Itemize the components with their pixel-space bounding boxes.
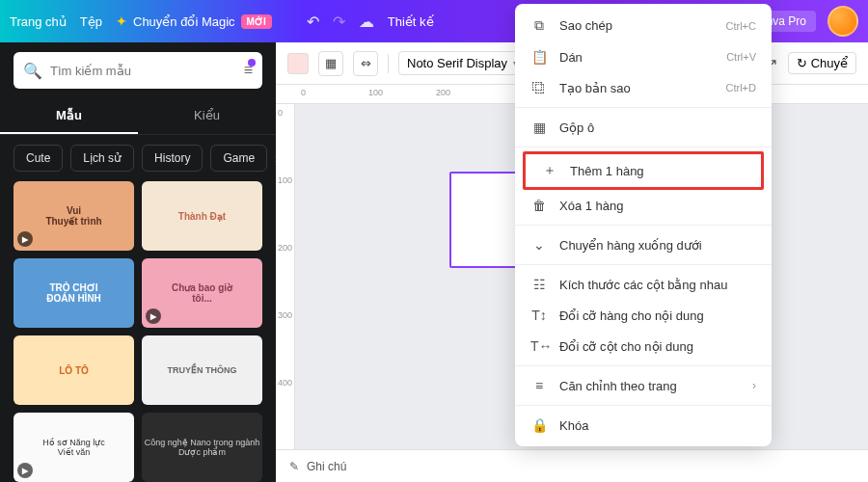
ctx-fit-row[interactable]: T↕Đổi cỡ hàng cho nội dung xyxy=(515,300,772,331)
magic-convert-menu[interactable]: ✦ Chuyển đổi Magic MỚI xyxy=(116,13,272,29)
search-icon: 🔍 xyxy=(23,62,42,80)
columns-icon: ☷ xyxy=(530,277,548,292)
home-menu[interactable]: Trang chủ xyxy=(10,14,67,29)
fit-height-icon: T↕ xyxy=(530,308,548,323)
ctx-move-row-down[interactable]: ⌄Chuyển hàng xuống dưới xyxy=(515,229,772,260)
template-thumb[interactable]: Chưa bao giờtôi...▶ xyxy=(142,258,262,328)
templates-sidebar: 🔍 ≡ Mẫu Kiểu Cute Lịch sử History Game ›… xyxy=(0,42,276,482)
chevron-right-icon: › xyxy=(752,379,756,392)
refresh-icon: ↻ xyxy=(797,56,807,70)
lock-icon: 🔒 xyxy=(530,417,548,433)
ctx-lock[interactable]: 🔒Khóa xyxy=(515,410,772,441)
search-input[interactable] xyxy=(50,64,236,78)
sparkle-icon: ✦ xyxy=(116,13,127,29)
chip-history-vn[interactable]: Lịch sử xyxy=(70,145,134,172)
sidebar-tabs: Mẫu Kiểu xyxy=(0,98,276,135)
convert-button[interactable]: ↻ Chuyể xyxy=(788,52,856,74)
copy-icon: ⧉ xyxy=(530,17,548,34)
template-thumb[interactable]: TRUYỀN THÔNG xyxy=(142,335,262,405)
merge-icon: ▦ xyxy=(530,120,548,135)
avatar[interactable] xyxy=(827,6,858,37)
template-grid: VuiThuyết trình▶ Thành Đạt TRÒ CHƠIĐOÁN … xyxy=(0,181,276,482)
trash-icon: 🗑 xyxy=(530,198,548,213)
plus-icon: ＋ xyxy=(541,162,558,179)
tab-styles[interactable]: Kiểu xyxy=(138,98,276,134)
fit-width-icon: T↔ xyxy=(530,338,548,354)
spacing-icon[interactable]: ⇔ xyxy=(353,51,378,76)
play-icon: ▶ xyxy=(146,308,161,324)
notes-button[interactable]: Ghi chú xyxy=(307,460,346,473)
font-selector[interactable]: Noto Serif Display ▾ xyxy=(398,51,527,75)
border-icon[interactable]: ▦ xyxy=(318,51,343,76)
ctx-delete-row[interactable]: 🗑Xóa 1 hàng xyxy=(515,190,772,221)
align-icon: ≡ xyxy=(530,378,548,393)
chip-cute[interactable]: Cute xyxy=(14,145,63,172)
file-menu[interactable]: Tệp xyxy=(80,14,102,29)
footer-bar: ✎ Ghi chú xyxy=(276,449,868,482)
ctx-add-row[interactable]: ＋Thêm 1 hàng xyxy=(526,154,761,187)
redo-icon[interactable]: ↷ xyxy=(333,13,345,31)
duplicate-icon: ⿻ xyxy=(530,80,548,95)
filter-icon[interactable]: ≡ xyxy=(244,62,253,79)
ctx-fit-column[interactable]: T↔Đổi cỡ cột cho nội dung xyxy=(515,331,772,362)
template-thumb[interactable]: TRÒ CHƠIĐOÁN HÌNH xyxy=(14,258,134,328)
template-thumb[interactable]: Thành Đạt xyxy=(142,181,262,251)
notes-icon: ✎ xyxy=(289,460,299,473)
chip-game[interactable]: Game xyxy=(210,145,267,172)
category-chips: Cute Lịch sử History Game › xyxy=(0,135,276,181)
play-icon: ▶ xyxy=(17,463,33,478)
template-search[interactable]: 🔍 ≡ xyxy=(14,52,262,89)
template-thumb[interactable]: LÔ TÔ xyxy=(14,335,134,405)
ctx-align-page[interactable]: ≡Căn chỉnh theo trang› xyxy=(515,370,772,401)
clipboard-icon: 📋 xyxy=(530,49,548,65)
chip-history[interactable]: History xyxy=(142,145,203,172)
design-menu[interactable]: Thiết kế xyxy=(388,14,434,29)
cloud-sync-icon[interactable]: ☁ xyxy=(359,13,374,31)
template-thumb[interactable]: VuiThuyết trình▶ xyxy=(14,181,134,251)
template-thumb[interactable]: Công nghệ Nano trong ngànhDược phẩm xyxy=(142,413,262,482)
template-thumb[interactable]: Hồ sơ Năng lựcViết văn▶ xyxy=(14,413,134,482)
ctx-equal-columns[interactable]: ☷Kích thước các cột bằng nhau xyxy=(515,269,772,300)
vertical-ruler: 0 100 200 300 400 xyxy=(276,104,295,482)
ctx-merge-cells[interactable]: ▦Gộp ô xyxy=(515,112,772,143)
new-badge: MỚI xyxy=(241,14,272,29)
undo-icon[interactable]: ↶ xyxy=(307,13,319,31)
play-icon: ▶ xyxy=(17,231,33,247)
context-menu: ⧉Sao chépCtrl+C 📋DánCtrl+V ⿻Tạo bản saoC… xyxy=(515,4,772,446)
color-swatch[interactable] xyxy=(287,53,309,74)
ctx-paste[interactable]: 📋DánCtrl+V xyxy=(515,41,772,72)
tab-templates[interactable]: Mẫu xyxy=(0,98,138,134)
ctx-copy[interactable]: ⧉Sao chépCtrl+C xyxy=(515,10,772,41)
chevron-down-icon: ⌄ xyxy=(530,237,548,253)
ctx-duplicate[interactable]: ⿻Tạo bản saoCtrl+D xyxy=(515,72,772,103)
